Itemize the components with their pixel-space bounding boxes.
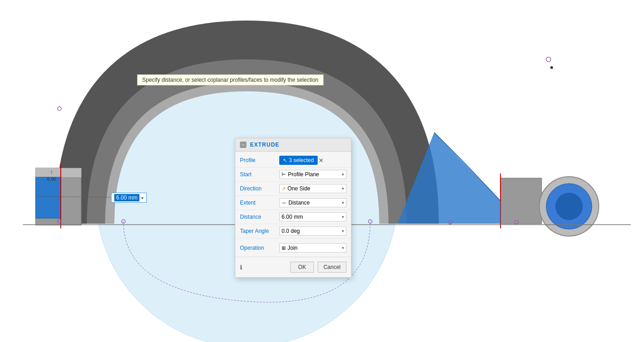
dot-far-right: [515, 221, 518, 224]
dialog-footer: ℹ OK Cancel: [235, 257, 351, 277]
right-cylinder-inner: [546, 184, 592, 229]
dialog-row-distance: Distance 6.00 mm ▾: [235, 210, 351, 224]
right-cylinder-outer: [539, 177, 599, 236]
up-arrow-left: ↑: [50, 168, 53, 176]
extrude-shape-right: [398, 132, 500, 224]
taper-value: 0.0 deg: [282, 228, 342, 234]
start-control[interactable]: ⊢ Profile Plane ▾: [279, 170, 346, 179]
extent-control[interactable]: ↔ Distance ▾: [279, 198, 346, 207]
operation-icon: ⊞: [282, 245, 286, 251]
extent-arrow-icon: ▾: [342, 200, 344, 205]
cursor-icon: ↖: [283, 158, 287, 163]
info-icon: ℹ: [240, 264, 242, 271]
dialog-body: Profile ↖ 3 selected ✕ Start ⊢ Profile P…: [235, 152, 351, 257]
taper-arrow-icon: ▾: [342, 229, 344, 233]
dialog-row-profile: Profile ↖ 3 selected ✕: [235, 153, 351, 168]
dim-line: [36, 196, 111, 197]
dim-label-left: 6.00: [47, 177, 56, 182]
distance-control[interactable]: 6.00 mm ▾: [279, 212, 346, 221]
start-arrow-icon: ▾: [342, 172, 344, 177]
collapse-button[interactable]: –: [240, 142, 246, 148]
cancel-button[interactable]: Cancel: [318, 262, 346, 273]
dialog-row-start: Start ⊢ Profile Plane ▾: [235, 168, 351, 182]
dot-center-right: [368, 220, 372, 223]
ok-button[interactable]: OK: [290, 262, 314, 273]
label-distance: Distance: [240, 214, 277, 220]
distance-value: 6.00 mm: [282, 214, 342, 220]
profile-selected-button[interactable]: ↖ 3 selected: [279, 156, 318, 165]
dialog-header: – EXTRUDE: [235, 138, 351, 152]
label-direction: Direction: [240, 185, 277, 192]
taper-control[interactable]: 0.0 deg ▾: [279, 226, 346, 236]
dot-left-lower: [58, 220, 61, 223]
start-icon: ⊢: [282, 172, 286, 178]
operation-arrow-icon: ▾: [342, 246, 344, 250]
operation-value: Join: [287, 245, 342, 251]
tooltip-text: Specify distance, or select coplanar pro…: [142, 77, 319, 83]
dot-top-right: [546, 57, 551, 62]
taper-input[interactable]: 0.0 deg ▾: [279, 226, 346, 236]
left-extrude: [36, 177, 61, 218]
operation-control[interactable]: ⊞ Join ▾: [279, 243, 346, 253]
chevron-icon: ▾: [141, 195, 144, 200]
dot-right-lower: [448, 221, 452, 224]
profile-control: ↖ 3 selected ✕: [279, 156, 346, 165]
label-extent: Extent: [240, 200, 277, 206]
dot-top-right-small: [550, 66, 553, 69]
profile-clear-button[interactable]: ✕: [318, 157, 325, 164]
left-base-top: [36, 168, 81, 177]
dimension-box: 6.00 mm ▾: [111, 193, 147, 203]
dialog-row-extent: Extent ↔ Distance ▾: [235, 196, 351, 210]
label-taper: Taper Angle: [240, 228, 277, 234]
dot-center-left: [122, 220, 125, 223]
extrude-outline: [434, 132, 500, 201]
direction-value: One Side: [287, 185, 342, 192]
dialog-title: EXTRUDE: [250, 142, 279, 148]
direction-arrow-icon: ▾: [342, 186, 344, 191]
start-value: Profile Plane: [288, 171, 342, 178]
direction-icon: ↗: [282, 186, 286, 192]
dot-left-upper: [58, 107, 61, 110]
right-cylinder-core: [555, 193, 583, 220]
direction-control[interactable]: ↗ One Side ▾: [279, 184, 346, 193]
dialog-row-taper: Taper Angle 0.0 deg ▾: [235, 224, 351, 238]
extent-icon: ↔: [282, 200, 287, 205]
label-start: Start: [240, 171, 277, 178]
extrude-dialog: – EXTRUDE Profile ↖ 3 selected ✕ Start ⊢…: [235, 138, 351, 278]
extent-dropdown[interactable]: ↔ Distance ▾: [279, 198, 346, 207]
right-base: [500, 178, 542, 224]
label-operation: Operation: [240, 245, 277, 251]
label-profile: Profile: [240, 157, 277, 163]
tooltip-banner: Specify distance, or select coplanar pro…: [137, 74, 324, 85]
distance-input[interactable]: 6.00 mm ▾: [279, 212, 346, 221]
distance-arrow-icon: ▾: [342, 215, 344, 219]
start-dropdown[interactable]: ⊢ Profile Plane ▾: [279, 170, 346, 179]
operation-dropdown[interactable]: ⊞ Join ▾: [279, 243, 346, 253]
direction-dropdown[interactable]: ↗ One Side ▾: [279, 184, 346, 193]
profile-selected-label: 3 selected: [289, 157, 314, 163]
extent-value: Distance: [288, 200, 342, 206]
left-base: [36, 168, 81, 225]
dialog-row-operation: Operation ⊞ Join ▾: [235, 241, 351, 255]
dialog-row-direction: Direction ↗ One Side ▾: [235, 182, 351, 196]
dim-value: 6.00 mm: [114, 194, 139, 201]
